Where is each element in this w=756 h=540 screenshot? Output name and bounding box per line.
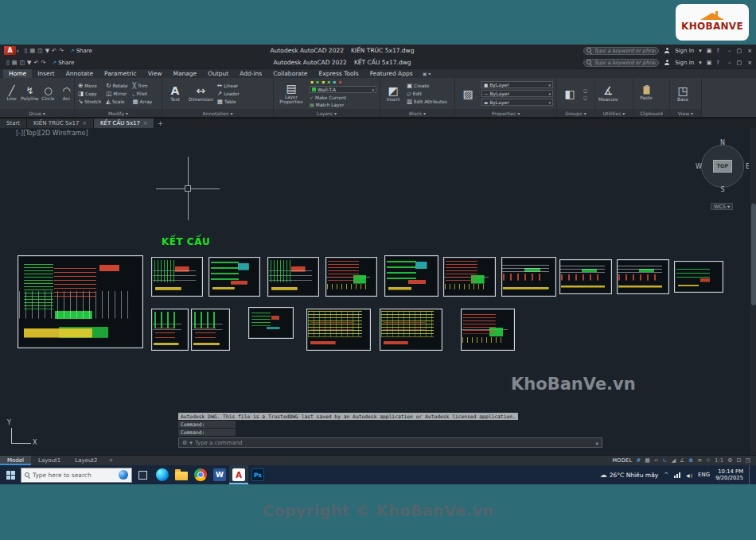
layer-state-icon[interactable]: ▪: [310, 80, 314, 84]
volume-icon[interactable]: ◀): [686, 472, 692, 478]
sheet-thumbnail-3[interactable]: [208, 257, 260, 297]
language-button[interactable]: ENG: [698, 472, 710, 478]
wcs-menu[interactable]: WCS ▾: [711, 203, 733, 210]
sign-in-button-2[interactable]: Sign In: [675, 60, 694, 66]
cortana-icon[interactable]: [119, 470, 128, 480]
new-icon[interactable]: ▯: [25, 48, 28, 54]
show-desktop-button[interactable]: [749, 465, 752, 484]
sheet-thumbnail-7[interactable]: [443, 257, 496, 297]
network-icon[interactable]: [674, 472, 680, 478]
sheet-thumbnail-11[interactable]: [674, 261, 723, 293]
help-search-field[interactable]: [583, 47, 659, 55]
tool-stretch[interactable]: ↘Stretch: [78, 99, 101, 105]
model-space-button[interactable]: MODEL: [612, 457, 632, 464]
layout-tab-layout1[interactable]: Layout1: [31, 456, 68, 465]
ribbon-tab-parametric[interactable]: Parametric: [99, 69, 142, 78]
panel-label-clipboard[interactable]: Clipboard: [633, 109, 669, 117]
ribbon-tab-view[interactable]: View: [142, 69, 168, 78]
tool-insert[interactable]: ◩ Insert: [384, 85, 403, 103]
minimize-button[interactable]: –: [728, 60, 731, 66]
help-search-input[interactable]: [594, 48, 656, 54]
tool-paste[interactable]: Paste: [637, 86, 656, 101]
button-make-current[interactable]: ✓Make Current: [310, 95, 376, 100]
sign-in-button[interactable]: Sign In: [675, 48, 694, 54]
layer-state-icon[interactable]: ▪: [316, 80, 319, 84]
save-icon[interactable]: ◫: [19, 60, 25, 66]
layer-state-icon[interactable]: ▪: [321, 80, 325, 84]
ribbon-tab-output[interactable]: Output: [202, 69, 234, 78]
drawing-canvas[interactable]: [-][Top][2D Wireframe] KẾT CẤU KhoBanVe.…: [0, 128, 756, 455]
weather-widget[interactable]: ☁ 26°C Nhiều mây: [600, 471, 658, 479]
group-edit-icon[interactable]: ◻: [583, 95, 587, 100]
sheet-thumbnail-16[interactable]: [380, 309, 442, 351]
new-drawing-button[interactable]: +: [154, 118, 166, 128]
osnap-icon[interactable]: ⊕: [688, 457, 693, 464]
ribbon-tab-collaborate[interactable]: Collaborate: [267, 69, 313, 78]
property-dropdown-2[interactable]: —ByLayer▾: [481, 90, 553, 97]
tool-array[interactable]: ▦Array: [133, 99, 153, 105]
ribbon-tab-add-ins[interactable]: Add-ins: [234, 69, 267, 78]
snap-icon[interactable]: ▦: [645, 457, 650, 464]
file-tab-k-t-c-u-5x17[interactable]: KẾT CẤU 5x17×: [94, 118, 155, 128]
recent-commands-icon[interactable]: ▾: [189, 440, 193, 446]
redo-icon[interactable]: ↷: [41, 60, 45, 66]
tool-fillet[interactable]: ◟Fillet: [133, 91, 153, 97]
lineweight-icon[interactable]: ≋: [697, 457, 702, 464]
redo-icon[interactable]: ↷: [59, 48, 64, 54]
tool-leader[interactable]: ↗Leader: [217, 91, 240, 97]
task-view-button[interactable]: [132, 465, 153, 484]
ribbon-tab-insert[interactable]: Insert: [32, 69, 60, 78]
tool-scale[interactable]: ◭Scale: [106, 99, 127, 105]
sheet-thumbnail-13[interactable]: [191, 309, 230, 351]
grid-icon[interactable]: #: [636, 457, 641, 464]
taskbar-search-field[interactable]: [21, 468, 132, 483]
annotation-scale[interactable]: 1:1: [715, 457, 723, 464]
tool-match-properties[interactable]: ▨: [458, 88, 477, 99]
close-tab-icon[interactable]: ×: [83, 120, 87, 126]
layout-tab-model[interactable]: Model: [0, 456, 31, 465]
panel-label-properties[interactable]: Properties ▾: [455, 109, 556, 117]
tool-create[interactable]: ▣Create: [407, 83, 447, 89]
property-dropdown-1[interactable]: ■ByLayer▾: [481, 81, 553, 88]
panel-label-annotation[interactable]: Annotation ▾: [162, 109, 273, 117]
tool-arc[interactable]: ◠Arc: [58, 86, 75, 101]
clock[interactable]: 10:14 PM 9/20/2025: [715, 468, 743, 482]
open-icon[interactable]: ▤: [12, 60, 18, 66]
ribbon-tab-home[interactable]: Home: [3, 69, 32, 78]
new-layout-button[interactable]: +: [105, 456, 118, 465]
ribbon-tab-manage[interactable]: Manage: [167, 69, 202, 78]
sheet-thumbnail-17[interactable]: [461, 309, 515, 351]
app-store-icon[interactable]: ▣: [707, 60, 712, 66]
tool-dimension[interactable]: ↔ Dimension: [189, 85, 213, 103]
sheet-thumbnail-10[interactable]: [617, 259, 669, 294]
sheet-thumbnail-4[interactable]: [267, 257, 319, 297]
application-menu-button[interactable]: A ▾: [4, 46, 19, 55]
panel-label-layers[interactable]: Layers ▾: [274, 109, 380, 117]
hidden-icons-button[interactable]: ^: [664, 472, 668, 478]
tool-copy[interactable]: ◨Copy: [78, 91, 101, 97]
plot-icon[interactable]: ▼: [27, 60, 31, 66]
autocad-taskbar-button[interactable]: A: [229, 465, 248, 484]
viewcube-top-button[interactable]: TOP: [713, 160, 732, 173]
tool-layer-properties[interactable]: ▤ Layer Properties: [277, 83, 306, 105]
file-explorer-taskbar-button[interactable]: [172, 465, 191, 484]
layer-state-icon[interactable]: ▪: [333, 80, 336, 84]
help-search-input-2[interactable]: [594, 60, 656, 66]
close-button[interactable]: ×: [747, 48, 752, 54]
panel-label-utilities[interactable]: Utilities ▾: [595, 109, 633, 117]
button-match-layer[interactable]: ▤Match Layer: [310, 102, 376, 107]
restore-button[interactable]: ▢: [737, 48, 742, 54]
ribbon-tab-featured-apps[interactable]: Featured Apps: [364, 69, 419, 78]
sheet-thumbnail-15[interactable]: [306, 309, 371, 351]
ribbon-display-toggle[interactable]: ▣ ▾: [419, 69, 435, 78]
undo-icon[interactable]: ↶: [34, 60, 39, 66]
chrome-taskbar-button[interactable]: [191, 465, 210, 484]
command-expand-icon[interactable]: ▴: [595, 440, 598, 446]
panel-label-modify[interactable]: Modify ▾: [75, 109, 162, 117]
file-tab-ki-n-tr-c-5x17[interactable]: KIẾN TRÚC 5x17×: [27, 118, 94, 128]
scrollbar-thumb[interactable]: [751, 204, 756, 305]
compass-west[interactable]: W: [696, 163, 702, 170]
panel-label-block[interactable]: Block ▾: [380, 109, 454, 117]
ortho-icon[interactable]: ∟: [663, 457, 668, 464]
viewport-controls[interactable]: [-][Top][2D Wireframe]: [16, 130, 88, 137]
